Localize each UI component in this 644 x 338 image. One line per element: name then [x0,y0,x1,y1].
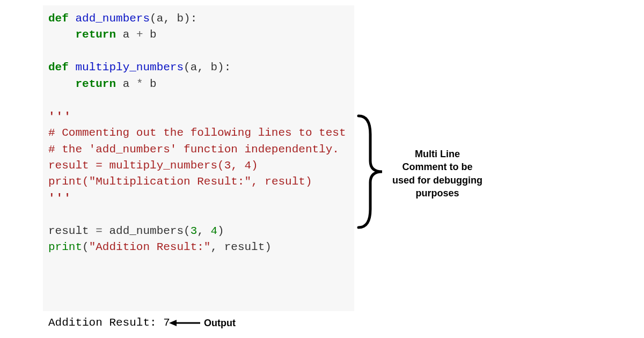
open-paren: ( [82,241,89,253]
code-block: def add_numbers(a, b): return a + b def … [43,5,354,311]
var-a: a [123,78,130,90]
var-b: b [150,78,157,90]
params: (a, b): [150,12,197,25]
builtin-print: print [48,241,82,253]
output-label: Output [204,318,236,329]
function-name: multiply_numbers [75,61,184,74]
keyword-def: def [48,61,69,74]
annotation-text: Multi Line Comment to be used for debugg… [392,148,483,200]
svg-marker-1 [169,320,177,326]
comma: , [197,225,210,237]
operator-equals: = [96,225,103,237]
var-result: result [48,225,96,237]
operator-plus: + [136,28,143,41]
keyword-return: return [75,78,116,90]
params: (a, b): [184,61,231,74]
keyword-def: def [48,12,69,25]
number: 4 [210,225,217,237]
call-expr: add_numbers( [103,225,191,237]
function-name: add_numbers [75,12,150,25]
triple-quote-close: ''' [48,192,72,204]
var-a: a [123,28,130,41]
triple-quote-open: ''' [48,111,72,123]
close-paren: ) [217,225,224,237]
commented-code: result = multiply_numbers(3, 4) [48,159,258,172]
number: 3 [191,225,197,237]
indent [48,28,75,41]
rest-args: , result) [210,241,271,253]
var-b: b [150,28,157,41]
curly-brace-icon [354,113,386,231]
operator-star: * [136,78,143,90]
string-literal: "Addition Result:" [89,241,211,253]
commented-code: print("Multiplication Result:", result) [48,175,312,188]
indent [48,78,75,90]
comment-line: # Commenting out the following lines to … [48,127,346,139]
comment-line: # the 'add_numbers' function independent… [48,143,339,156]
arrow-left-icon [169,318,201,328]
output-text: Addition Result: 7 [48,317,170,329]
keyword-return: return [75,28,116,41]
